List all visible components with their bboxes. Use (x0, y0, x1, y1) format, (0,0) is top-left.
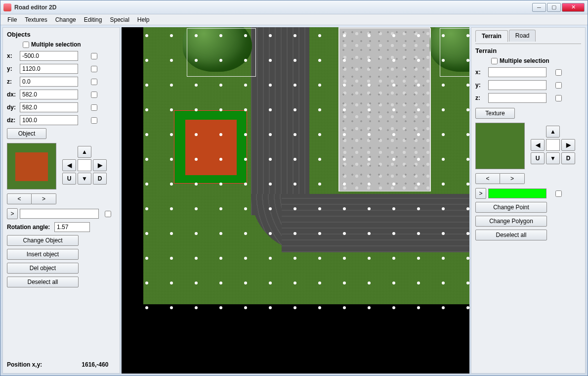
change-object-button[interactable]: Change Object (7, 235, 79, 246)
menu-textures[interactable]: Textures (21, 15, 51, 25)
nav-left-button[interactable]: ◀ (62, 159, 76, 171)
terrain-x-lock-checkbox[interactable] (555, 69, 562, 76)
object-button[interactable]: Object (7, 128, 46, 139)
status-position-label: Position x,y: (7, 361, 42, 368)
nav-u-button[interactable]: U (62, 173, 76, 185)
texture-prev-button[interactable]: < (475, 173, 500, 184)
x-lock-checkbox[interactable] (91, 53, 97, 59)
minimize-button[interactable]: ─ (532, 3, 546, 12)
texture-preview (475, 123, 525, 169)
titlebar: Road editor 2D ─ ▢ ✕ (0, 0, 588, 14)
terrain-y-lock-checkbox[interactable] (555, 82, 562, 89)
goto-field[interactable] (20, 209, 99, 219)
menu-change[interactable]: Change (51, 15, 80, 25)
texture-next-button[interactable]: > (500, 173, 525, 184)
menu-special[interactable]: Special (106, 15, 133, 25)
x-label: x: (7, 52, 20, 59)
window-title: Road editor 2D (14, 4, 531, 11)
terrain-nav-pad: ▲ ◀▶ U▼D (531, 123, 578, 169)
dx-lock-checkbox[interactable] (91, 92, 97, 98)
status-position-value: 1616,-460 (82, 361, 108, 368)
y-label: y: (7, 65, 20, 72)
terrain-x-label: x: (475, 69, 488, 76)
z-field[interactable] (20, 77, 78, 87)
java-icon (3, 3, 11, 11)
menu-file[interactable]: File (3, 15, 21, 25)
multiple-selection-checkbox[interactable] (23, 42, 29, 48)
rotation-angle-field[interactable] (54, 222, 90, 232)
terrain-multiple-selection-checkbox[interactable] (491, 58, 498, 64)
texture-button[interactable]: Texture (475, 108, 515, 119)
goto-checkbox[interactable] (105, 211, 111, 217)
x-field[interactable] (20, 51, 78, 61)
y-lock-checkbox[interactable] (91, 66, 97, 72)
dy-lock-checkbox[interactable] (91, 104, 97, 111)
goto-button[interactable]: > (7, 208, 18, 219)
terrain-y-field[interactable] (488, 80, 546, 90)
nav-right-button[interactable]: ▶ (93, 159, 107, 171)
editor-canvas[interactable] (122, 27, 469, 374)
terrain-deselect-all-button[interactable]: Deselect all (475, 230, 547, 240)
multiple-selection-label: Multiple selection (31, 41, 81, 48)
terrain-goto-button[interactable]: > (475, 188, 486, 199)
terrain-y-label: y: (475, 82, 488, 89)
menu-editing[interactable]: Editing (80, 15, 106, 25)
terrain-nav-left-button[interactable]: ◀ (531, 139, 545, 151)
dy-field[interactable] (20, 102, 78, 112)
objects-panel: Objects Multiple selection x: y: z: dx: … (2, 27, 120, 374)
nav-d-button[interactable]: D (93, 173, 107, 185)
terrain-title: Terrain (475, 47, 581, 54)
terrain-panel: Terrain Road Terrain Multiple selection … (471, 27, 586, 374)
terrain-z-label: z: (475, 94, 488, 101)
tab-terrain[interactable]: Terrain (475, 30, 508, 42)
object-next-button[interactable]: > (32, 193, 56, 204)
nav-up-button[interactable]: ▲ (78, 146, 91, 158)
z-label: z: (7, 78, 20, 85)
color-checkbox[interactable] (555, 190, 562, 197)
rotation-angle-label: Rotation angle: (7, 224, 54, 231)
terrain-z-lock-checkbox[interactable] (555, 95, 562, 101)
maximize-button[interactable]: ▢ (547, 3, 561, 12)
dx-field[interactable] (20, 90, 78, 99)
y-field[interactable] (20, 64, 78, 74)
del-object-button[interactable]: Del object (7, 263, 79, 274)
terrain-x-field[interactable] (488, 67, 546, 77)
dy-label: dy: (7, 104, 20, 111)
terrain-multiple-selection-label: Multiple selection (500, 57, 549, 64)
terrain-nav-value-field[interactable] (546, 139, 560, 151)
close-button[interactable]: ✕ (562, 3, 585, 12)
object-nav-pad: ▲ ◀▶ U▼D (62, 143, 110, 189)
terrain-nav-up-button[interactable]: ▲ (546, 126, 560, 138)
object-preview (7, 143, 56, 189)
nav-value-field[interactable] (78, 159, 91, 171)
menubar: File Textures Change Editing Special Hel… (0, 14, 588, 25)
nav-down-button[interactable]: ▼ (78, 173, 91, 185)
change-polygon-button[interactable]: Change Polygon (475, 216, 547, 227)
dx-label: dx: (7, 91, 20, 98)
terrain-nav-right-button[interactable]: ▶ (561, 139, 575, 151)
terrain-nav-down-button[interactable]: ▼ (546, 152, 560, 164)
tab-road[interactable]: Road (509, 30, 536, 42)
objects-panel-title: Objects (7, 31, 116, 38)
object-prev-button[interactable]: < (7, 193, 32, 204)
terrain-nav-u-button[interactable]: U (531, 152, 545, 164)
terrain-z-field[interactable] (488, 93, 546, 103)
dz-lock-checkbox[interactable] (91, 117, 97, 124)
color-swatch[interactable] (488, 188, 546, 198)
dz-field[interactable] (20, 115, 78, 125)
dz-label: dz: (7, 117, 20, 124)
terrain-nav-d-button[interactable]: D (561, 152, 575, 164)
menu-help[interactable]: Help (133, 15, 154, 25)
deselect-all-button[interactable]: Deselect all (7, 277, 79, 287)
insert-object-button[interactable]: Insert object (7, 249, 79, 260)
change-point-button[interactable]: Change Point (475, 202, 547, 213)
z-lock-checkbox[interactable] (91, 79, 97, 85)
